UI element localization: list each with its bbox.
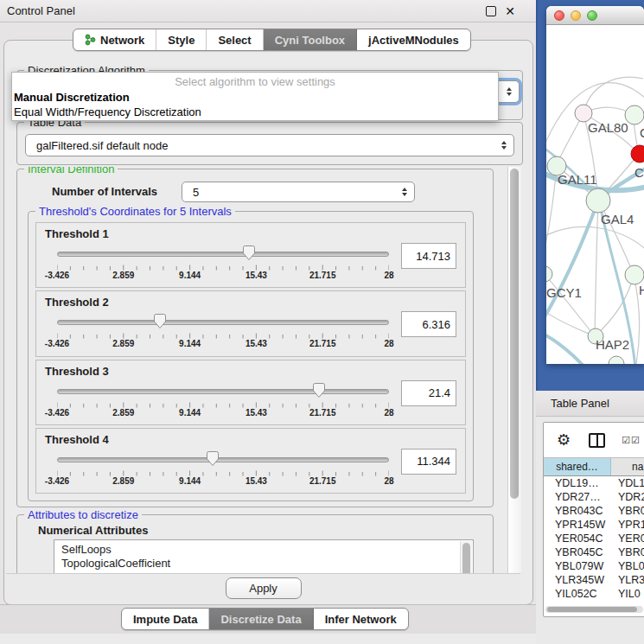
table-row[interactable]: YDL19… YDL1 [544,476,644,490]
cell-shared-name[interactable]: YER054C [544,532,611,545]
cell-name[interactable]: YIL0 [611,588,644,600]
scrollbar-thumb[interactable] [510,169,519,499]
cell-shared-name[interactable]: YBR045C [544,546,611,558]
slider-thumb[interactable] [312,382,326,399]
network-edge[interactable] [546,310,595,336]
network-edge[interactable] [595,200,598,336]
network-view-window: GAL80GACGAL11GAL4GCY1HHAP2 [546,6,644,364]
slider-track[interactable] [57,457,389,462]
list-item[interactable]: TopologicalCoefficient [61,557,473,571]
cell-name[interactable]: YER0 [611,532,644,545]
slider-scale-labels: -3.4262.8599.14415.4321.71528 [57,408,389,418]
slider-track[interactable] [57,389,389,394]
scale-label: 15.43 [245,476,267,486]
tab-impute-data[interactable]: Impute Data [122,609,209,629]
cell-name[interactable]: YBL0 [611,560,644,572]
table-horizontal-scrollbar[interactable] [545,606,643,613]
close-traffic-light-icon[interactable] [554,10,564,21]
slider-thumb[interactable] [153,313,167,329]
scale-label: 2.859 [112,271,134,280]
table-row[interactable]: YER054C YER0 [544,532,644,545]
cell-name[interactable]: YDR2 [611,491,644,503]
gear-icon[interactable]: ⚙ [557,432,571,448]
list-item[interactable]: SelfLoops [61,543,473,557]
threshold-value-field[interactable] [401,243,456,269]
dropdown-option[interactable]: Equal Width/Frequency Discretization [12,105,498,119]
network-canvas[interactable]: GAL80GACGAL11GAL4GCY1HHAP2 [546,25,644,364]
close-icon[interactable]: ✕ [505,5,515,17]
network-node[interactable] [631,145,644,163]
panel-vertical-scrollbar[interactable] [507,167,521,573]
cell-name[interactable]: YLR3 [611,574,644,586]
table-row[interactable]: YDR27… YDR2 [544,490,644,504]
cell-shared-name[interactable]: YBR043C [544,505,611,517]
threshold-slider[interactable]: -3.4262.8599.14415.4321.71528 [57,449,389,487]
scrollbar-thumb[interactable] [462,543,470,573]
tab-infer-network[interactable]: Infer Network [314,609,408,629]
column-header-name[interactable]: na [611,458,644,475]
network-node[interactable] [586,188,610,213]
float-window-icon[interactable] [486,6,496,16]
table-row[interactable]: YBR045C YBR0 [544,545,644,559]
cell-shared-name[interactable]: YBL079W [544,560,611,572]
table-row[interactable]: YLR345W YLR3 [544,573,644,587]
slider-track[interactable] [57,320,389,325]
scale-label: 2.859 [112,476,134,486]
cell-shared-name[interactable]: YIL052C [544,588,611,600]
tab-label: Style [168,34,194,47]
table-panel-title: Table Panel [551,397,609,410]
slider-scale-labels: -3.4262.8599.14415.4321.71528 [57,476,389,487]
network-edge[interactable] [546,201,598,322]
slider-thumb[interactable] [206,450,220,467]
scale-label: 15.43 [245,339,267,348]
threshold-label: Threshold 3 [45,365,456,378]
cell-shared-name[interactable]: YDR27… [544,491,611,503]
attributes-to-discretize-group: Attributes to discretize Numerical Attri… [16,514,494,573]
cell-shared-name[interactable]: YDL19… [544,477,611,489]
network-edge[interactable] [546,274,595,336]
minimize-traffic-light-icon[interactable] [571,10,581,21]
network-node[interactable] [625,265,644,284]
split-column-icon[interactable] [589,433,605,448]
threshold-value-field[interactable] [401,311,456,337]
checkbox-icons[interactable]: ☑☑ [622,435,641,446]
apply-button[interactable]: Apply [226,577,302,599]
table-row[interactable]: YBL079W YBL0 [544,559,644,573]
cell-name[interactable]: YDL1 [611,477,644,489]
network-node[interactable] [546,266,552,282]
network-node[interactable] [575,105,592,122]
cell-name[interactable]: YBR0 [611,505,644,517]
threshold-slider[interactable]: -3.4262.8599.14415.4321.71528 [57,243,389,281]
network-edge[interactable] [546,226,644,252]
network-node[interactable] [609,356,624,364]
numerical-attributes-list[interactable]: SelfLoopsTopologicalCoefficientBetweenne… [54,539,474,573]
tab-cyni-toolbox[interactable]: Cyni Toolbox [264,29,357,50]
scale-label: 28 [384,271,393,280]
threshold-slider[interactable]: -3.4262.8599.14415.4321.71528 [57,311,389,349]
cell-name[interactable]: YBR0 [611,546,644,558]
table-row[interactable]: YPR145W YPR1 [544,518,644,532]
number-of-intervals-combobox[interactable]: 5 [182,182,415,202]
group-title: Attributes to discretize [24,508,142,521]
threshold-value-field[interactable] [401,449,456,475]
slider-track[interactable] [57,252,389,257]
slider-thumb[interactable] [242,245,256,261]
dropdown-option[interactable]: Manual Discretization [12,90,498,105]
tab-jactivemnodules[interactable]: jActiveMNodules [357,29,470,50]
scrollbar-thumb[interactable] [547,607,637,612]
tab-discretize-data[interactable]: Discretize Data [209,609,313,629]
tab-network[interactable]: Network [73,29,156,50]
table-row[interactable]: YBR043C YBR0 [544,504,644,518]
tab-style[interactable]: Style [156,29,207,50]
list-scrollbar[interactable] [460,541,472,573]
table-row[interactable]: YIL052C YIL0 [544,587,644,601]
zoom-traffic-light-icon[interactable] [587,10,597,21]
cell-shared-name[interactable]: YLR345W [544,574,611,586]
cell-shared-name[interactable]: YPR145W [544,519,611,531]
table-data-combobox[interactable]: galFiltered.sif default node [25,134,514,156]
cell-name[interactable]: YPR1 [611,519,644,531]
threshold-value-field[interactable] [401,380,456,406]
tab-select[interactable]: Select [207,29,263,50]
column-header-shared-name[interactable]: shared… [544,458,611,475]
threshold-slider[interactable]: -3.4262.8599.14415.4321.71528 [57,380,389,418]
